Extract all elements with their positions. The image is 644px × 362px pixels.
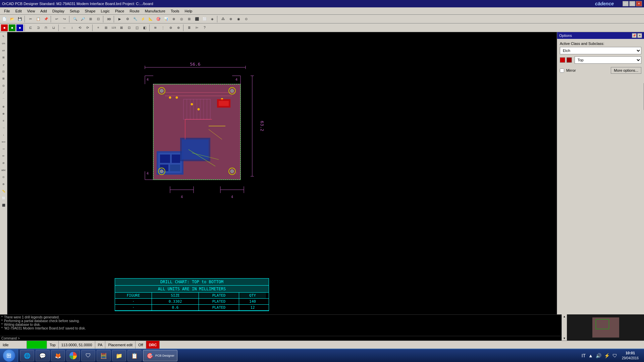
menu-view[interactable]: View bbox=[24, 8, 38, 14]
lt-b11[interactable]: ⊗ bbox=[0, 110, 7, 117]
lt-ruler[interactable]: 📏 bbox=[0, 188, 7, 194]
tb2-b5[interactable]: ⊐ bbox=[35, 24, 42, 32]
taskbar-antivirus[interactable]: 🛡 bbox=[81, 350, 95, 361]
lt-b7[interactable]: ◎ bbox=[0, 82, 7, 89]
lt-b15[interactable]: ⟵ bbox=[0, 138, 7, 145]
tb2-b9[interactable]: ↕ bbox=[68, 24, 76, 32]
menu-file[interactable]: File bbox=[1, 8, 13, 14]
tb-b11[interactable]: ⬜ bbox=[201, 15, 208, 23]
bottom-scrollbar[interactable]: ▲ ▼ bbox=[561, 314, 567, 341]
tb-undo[interactable]: ↩ bbox=[53, 15, 60, 23]
tb2-b16[interactable]: ⊡ bbox=[125, 24, 133, 32]
clock[interactable]: 10:01 29/04/2016 bbox=[619, 351, 641, 360]
tb-new[interactable]: 📄 bbox=[1, 15, 8, 23]
lt-b2[interactable]: un bbox=[0, 47, 7, 54]
tb2-b6[interactable]: ⊓ bbox=[42, 24, 50, 32]
tb2-b19[interactable]: ≋ bbox=[152, 24, 159, 32]
tb-b14[interactable]: ⊗ bbox=[227, 15, 234, 23]
tb2-b7[interactable]: ⊔ bbox=[50, 24, 57, 32]
lt-b5[interactable]: ⊡ bbox=[0, 68, 7, 75]
tb-b4[interactable]: 📐 bbox=[147, 15, 154, 23]
start-button[interactable]: ⊞ bbox=[0, 349, 18, 362]
taskbar-pcb[interactable]: 🎯 PCB Designer bbox=[143, 350, 177, 361]
tb2-b13[interactable]: ⊞ bbox=[102, 24, 110, 32]
tb2-b17[interactable]: ◫ bbox=[133, 24, 141, 32]
menu-tools[interactable]: Tools bbox=[168, 8, 182, 14]
tb-b1[interactable]: ⚙ bbox=[124, 15, 131, 23]
tb-b6[interactable]: 📊 bbox=[162, 15, 170, 23]
tb-open[interactable]: 📂 bbox=[8, 15, 16, 23]
tb2-b10[interactable]: ⟲ bbox=[76, 24, 84, 32]
tb2-b18[interactable]: ◧ bbox=[141, 24, 148, 32]
more-options-button[interactable]: More options... bbox=[611, 67, 641, 74]
tb-b12[interactable]: ◈ bbox=[209, 15, 216, 23]
tb2-b12[interactable]: ≡ bbox=[95, 24, 102, 32]
tb-cut[interactable]: ✂ bbox=[27, 15, 34, 23]
options-close[interactable]: ✕ bbox=[637, 33, 642, 38]
lt-b10[interactable]: ⊕ bbox=[0, 103, 7, 110]
scroll-up-arrow[interactable]: ▲ bbox=[562, 314, 567, 319]
tb-zoom-fit[interactable]: ⊞ bbox=[87, 15, 94, 23]
taskbar-ie[interactable]: 🌐 bbox=[20, 350, 34, 361]
taskbar-skype[interactable]: 💬 bbox=[36, 350, 50, 361]
class-select[interactable]: Etch bbox=[560, 47, 641, 54]
tb2-b2[interactable]: ■ bbox=[8, 24, 16, 32]
lt-b6[interactable]: ⊠ bbox=[0, 75, 7, 82]
tb-b16[interactable]: ⊙ bbox=[243, 15, 250, 23]
taskbar-notepad[interactable]: 📋 bbox=[127, 350, 142, 361]
command-input[interactable] bbox=[20, 337, 560, 340]
tb-zoom-area[interactable]: ⊡ bbox=[95, 15, 102, 23]
menu-shape[interactable]: Shape bbox=[82, 8, 98, 14]
tb2-b22[interactable]: ⊛ bbox=[175, 24, 182, 32]
close-button[interactable]: ✕ bbox=[636, 1, 642, 6]
menu-display[interactable]: Display bbox=[50, 8, 67, 14]
lt-b18[interactable]: ⊘ bbox=[0, 160, 7, 166]
menu-setup[interactable]: Setup bbox=[67, 8, 82, 14]
subclass-select[interactable]: Top bbox=[575, 56, 641, 64]
tb-b3[interactable]: ⚡ bbox=[139, 15, 147, 23]
menu-help[interactable]: Help bbox=[182, 8, 195, 14]
tb2-b15[interactable]: ⊠ bbox=[118, 24, 125, 32]
mirror-checkbox[interactable] bbox=[560, 68, 564, 73]
lt-b17[interactable]: ✏ bbox=[0, 153, 7, 159]
tb2-b21[interactable]: ⊚ bbox=[167, 24, 174, 32]
tb-b8[interactable]: ◎ bbox=[178, 15, 185, 23]
lt-b3[interactable]: ⊞ bbox=[0, 54, 7, 61]
lt-fill[interactable]: ⬛ bbox=[0, 202, 7, 208]
tb-b7[interactable]: ⊕ bbox=[170, 15, 177, 23]
tb-redo[interactable]: ↪ bbox=[61, 15, 68, 23]
menu-logic[interactable]: Logic bbox=[98, 8, 112, 14]
tb-b2[interactable]: 🔧 bbox=[131, 15, 139, 23]
tb-3d[interactable]: 3D bbox=[105, 15, 113, 23]
taskbar-explorer[interactable]: 📁 bbox=[112, 350, 126, 361]
tb2-b25[interactable]: ? bbox=[201, 24, 208, 32]
menu-edit[interactable]: Edit bbox=[13, 8, 24, 14]
tb2-b8[interactable]: ↔ bbox=[61, 24, 68, 32]
lt-b19[interactable]: abc bbox=[0, 167, 7, 173]
menu-manufacture[interactable]: Manufacture bbox=[142, 8, 168, 14]
tb2-b14[interactable]: 123 bbox=[110, 24, 117, 32]
menu-add[interactable]: Add bbox=[38, 8, 50, 14]
tb2-b23[interactable]: ≣ bbox=[185, 24, 193, 32]
tb-zoom-in[interactable]: 🔍 bbox=[71, 15, 79, 23]
lt-b21[interactable]: ⊚ bbox=[0, 181, 7, 187]
lt-b14[interactable]: ↓ bbox=[0, 131, 7, 138]
lt-b12[interactable]: ≡ bbox=[0, 117, 7, 124]
tb2-b20[interactable]: ⋮ bbox=[159, 24, 167, 32]
taskbar-chrome[interactable] bbox=[66, 350, 80, 361]
lt-b8[interactable]: ╱ bbox=[0, 89, 7, 96]
lt-b4[interactable]: ╔ bbox=[0, 61, 7, 68]
lt-b13[interactable]: → bbox=[0, 124, 7, 131]
tb2-b1[interactable]: ■ bbox=[1, 24, 8, 32]
lt-b16[interactable]: ⊸ bbox=[0, 145, 7, 152]
pcb-board[interactable]: 56.6 63.2 4 4 4 4 bbox=[118, 52, 500, 267]
options-pin[interactable]: 📌 bbox=[632, 33, 637, 38]
tb2-b11[interactable]: ⟳ bbox=[84, 24, 91, 32]
lt-box[interactable]: ⬜ bbox=[0, 195, 7, 201]
tb2-b4[interactable]: ⊏ bbox=[27, 24, 34, 32]
tb-b5[interactable]: 🎯 bbox=[155, 15, 162, 23]
tb-b15[interactable]: ◉ bbox=[235, 15, 242, 23]
maximize-button[interactable]: □ bbox=[629, 1, 635, 6]
lt-b20[interactable]: ⊙ bbox=[0, 174, 7, 180]
tb-b13[interactable]: ⁂ bbox=[219, 15, 227, 23]
